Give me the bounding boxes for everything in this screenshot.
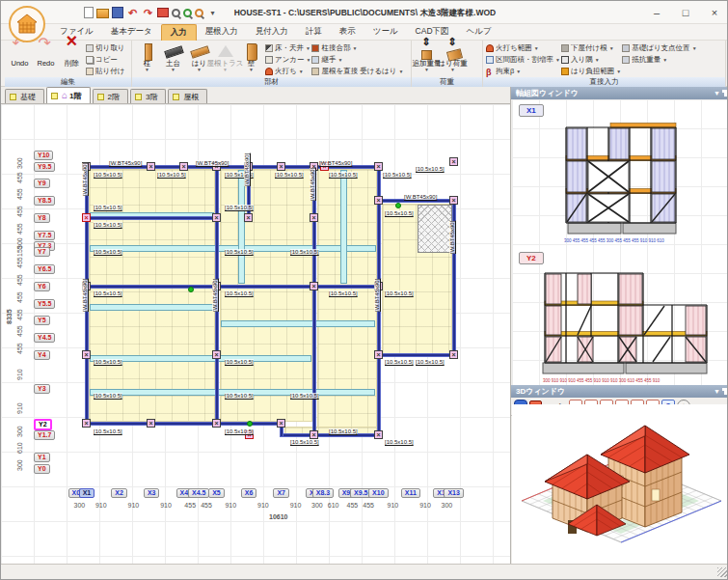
wall-segment[interactable] bbox=[85, 216, 219, 220]
dropdown-arrow-icon[interactable]: ▼ bbox=[171, 68, 175, 71]
floor-tab-3階[interactable]: 3階 bbox=[130, 89, 166, 103]
beam-strip[interactable] bbox=[340, 170, 347, 284]
plan-canvas[interactable]: ×××××××××××××××××××××××××××××××[10.5x10.… bbox=[1, 104, 510, 566]
zoom-icon[interactable] bbox=[172, 9, 180, 17]
beam-strip[interactable] bbox=[90, 355, 311, 362]
wall-segment[interactable] bbox=[377, 353, 456, 357]
frame-panel-titlebar[interactable]: 軸組図ウィンドウ ▼ bbox=[511, 87, 728, 99]
menu-item-屋根入力[interactable]: 屋根入力 bbox=[197, 24, 247, 40]
x-axis-button-X8.3[interactable]: X8.3 bbox=[312, 488, 334, 498]
button-壁[interactable]: 壁▼ bbox=[238, 41, 264, 77]
beam-strip[interactable] bbox=[238, 170, 245, 284]
x-axis-button-X3[interactable]: X3 bbox=[144, 488, 160, 498]
y-axis-button-Y7[interactable]: Y7 bbox=[34, 247, 50, 257]
view-button-x1[interactable]: X1 bbox=[519, 104, 544, 117]
y-axis-button-Y4[interactable]: Y4 bbox=[34, 350, 50, 360]
new-file-icon[interactable] bbox=[84, 7, 94, 18]
column-marker[interactable]: × bbox=[374, 196, 383, 205]
menu-item-ヘルプ[interactable]: ヘルプ bbox=[458, 24, 500, 40]
button-コピー[interactable]: コピー bbox=[85, 54, 124, 66]
column-marker[interactable]: × bbox=[374, 162, 383, 171]
button-継手[interactable]: 継手▼ bbox=[310, 54, 403, 66]
button-基礎ばり支点位置[interactable]: 基礎ばり支点位置▼ bbox=[621, 42, 696, 54]
y-axis-button-Y7.5[interactable]: Y7.5 bbox=[34, 231, 55, 240]
menu-item-見付入力[interactable]: 見付入力 bbox=[247, 24, 297, 40]
zoom-home-icon[interactable] bbox=[183, 9, 192, 17]
column-marker[interactable]: × bbox=[310, 282, 318, 290]
button-入り隅[interactable]: 入り隅▼ bbox=[560, 54, 621, 66]
x-axis-button-X4.5[interactable]: X4.5 bbox=[188, 488, 209, 498]
y-axis-button-Y6.5[interactable]: Y6.5 bbox=[34, 264, 55, 274]
column-marker[interactable]: × bbox=[82, 350, 91, 359]
minimize-button[interactable]: – bbox=[642, 1, 671, 24]
button-屋根を直接 受けるはり[interactable]: 屋根を直接 受けるはり▼ bbox=[310, 66, 403, 77]
pin-icon[interactable] bbox=[724, 90, 727, 97]
column-marker[interactable]: × bbox=[374, 430, 383, 439]
button-切り取り[interactable]: 切り取り bbox=[85, 42, 124, 54]
three-d-viewport[interactable] bbox=[512, 404, 728, 564]
panel-menu-icon[interactable]: ▼ bbox=[714, 385, 720, 398]
x-axis-button-X5[interactable]: X5 bbox=[208, 488, 225, 498]
y-axis-button-Y8.5[interactable]: Y8.5 bbox=[34, 196, 55, 206]
beam-strip[interactable] bbox=[221, 320, 375, 327]
x-axis-button-X1[interactable]: X1 bbox=[79, 488, 95, 498]
column-marker[interactable]: × bbox=[310, 430, 318, 439]
more-icon[interactable]: ▾ bbox=[206, 7, 219, 19]
menu-item-ツール[interactable]: ツール bbox=[364, 24, 407, 40]
button-柱接合部[interactable]: 柱接合部▼ bbox=[310, 42, 403, 54]
column-marker[interactable]: × bbox=[212, 350, 221, 359]
menu-item-計算[interactable]: 計算 bbox=[297, 24, 331, 40]
column-marker[interactable]: × bbox=[449, 196, 458, 205]
button-拘束β[interactable]: 拘束β▼ bbox=[485, 66, 560, 77]
menu-item-表示[interactable]: 表示 bbox=[331, 24, 364, 40]
column-marker-red[interactable]: × bbox=[82, 213, 91, 222]
column-marker[interactable]: × bbox=[212, 213, 221, 222]
button-土台[interactable]: 土台▼ bbox=[160, 41, 186, 77]
y-axis-button-Y5[interactable]: Y5 bbox=[34, 316, 50, 325]
button-抵抗重量[interactable]: 抵抗重量▼ bbox=[621, 54, 696, 66]
dropdown-arrow-icon[interactable]: ▼ bbox=[223, 68, 228, 71]
y-axis-button-Y3[interactable]: Y3 bbox=[34, 384, 50, 394]
x-axis-button-X2[interactable]: X2 bbox=[111, 488, 127, 498]
button-柱[interactable]: 柱▼ bbox=[134, 41, 160, 77]
wall-segment[interactable] bbox=[85, 422, 283, 426]
button-区間面積・割増率[interactable]: 区間面積・割増率▼ bbox=[485, 54, 560, 66]
y-axis-button-Y5.5[interactable]: Y5.5 bbox=[34, 299, 55, 309]
button-火打ち[interactable]: 火打ち▼ bbox=[264, 66, 310, 77]
y-axis-button-Y9[interactable]: Y9 bbox=[34, 179, 50, 188]
column-marker[interactable]: × bbox=[147, 162, 155, 171]
y-axis-button-Y4.5[interactable]: Y4.5 bbox=[34, 333, 55, 343]
column-marker[interactable]: × bbox=[277, 162, 285, 171]
button-下屋付け根[interactable]: 下屋付け根▼ bbox=[560, 42, 621, 54]
column-marker[interactable]: × bbox=[449, 350, 458, 359]
wall-segment[interactable] bbox=[85, 285, 381, 289]
button-Undo[interactable]: Undo bbox=[7, 41, 33, 77]
button-はり負担範囲[interactable]: はり負担範囲▼ bbox=[560, 66, 621, 77]
column-marker[interactable]: × bbox=[449, 157, 458, 166]
maximize-button[interactable]: □ bbox=[671, 1, 700, 24]
x-axis-button-X6[interactable]: X6 bbox=[241, 488, 257, 498]
column-marker[interactable]: × bbox=[374, 350, 383, 359]
save-icon[interactable] bbox=[112, 7, 123, 18]
app-home-button[interactable] bbox=[9, 6, 45, 42]
button-貼り付け[interactable]: 貼り付け bbox=[85, 66, 124, 77]
floor-tab-2階[interactable]: 2階 bbox=[93, 89, 128, 103]
button-火打ち範囲[interactable]: 火打ち範囲▼ bbox=[485, 42, 560, 54]
x-axis-button-X13[interactable]: X13 bbox=[444, 488, 463, 498]
panel-menu-icon[interactable]: ▼ bbox=[714, 87, 720, 99]
beam-strip[interactable] bbox=[90, 304, 214, 311]
display-icon[interactable] bbox=[157, 8, 169, 17]
column-marker[interactable]: × bbox=[212, 419, 221, 428]
resize-grip[interactable] bbox=[717, 567, 727, 577]
column-marker[interactable]: × bbox=[179, 162, 188, 171]
column-marker[interactable]: × bbox=[147, 419, 155, 428]
button-Redo[interactable]: Redo bbox=[33, 41, 59, 77]
redo-icon[interactable]: ↷ bbox=[142, 7, 154, 19]
column-marker[interactable]: × bbox=[310, 213, 318, 222]
three-d-panel-titlebar[interactable]: 3Dウィンドウ ▼ bbox=[511, 385, 728, 398]
close-button[interactable]: × bbox=[700, 1, 728, 24]
menu-item-入力[interactable]: 入力 bbox=[161, 24, 197, 41]
open-file-icon[interactable] bbox=[96, 9, 109, 18]
y-axis-button-Y8[interactable]: Y8 bbox=[34, 213, 50, 223]
y-axis-button-Y1[interactable]: Y1 bbox=[34, 453, 50, 462]
